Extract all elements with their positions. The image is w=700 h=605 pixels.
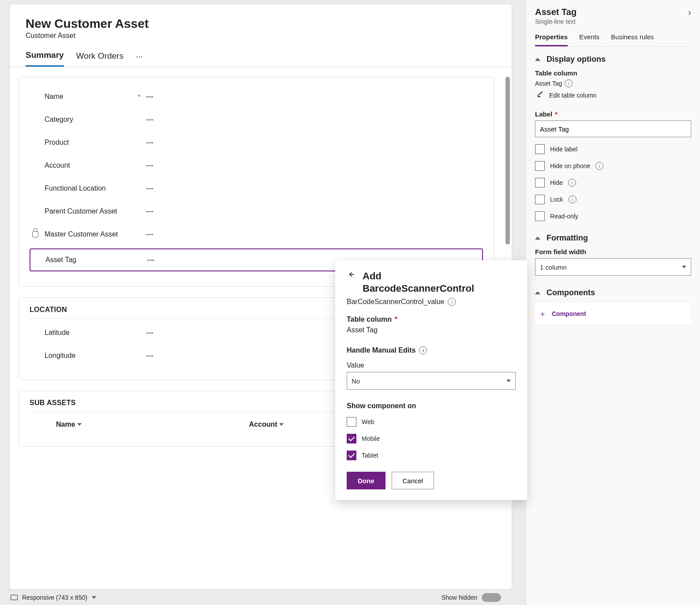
panel-title: Asset Tag	[535, 7, 576, 17]
section-general: Name * --- Category --- Product ---	[19, 77, 494, 287]
show-on-tablet-check[interactable]: Tablet	[347, 451, 516, 460]
plus-icon: ＋	[539, 308, 547, 319]
chevron-down-icon	[682, 266, 686, 268]
field-asset-tag-value: ---	[147, 256, 154, 264]
hide-check[interactable]: Hide i	[535, 178, 691, 188]
field-parent-customer-asset-label: Parent Customer Asset	[45, 207, 117, 215]
field-parent-customer-asset[interactable]: Parent Customer Asset ---	[30, 200, 483, 223]
field-functional-location[interactable]: Functional Location ---	[30, 177, 483, 200]
field-master-customer-asset[interactable]: Master Customer Asset ---	[30, 223, 483, 246]
field-category[interactable]: Category ---	[30, 108, 483, 131]
popover-subtitle: BarCodeScannerControl_value	[347, 298, 444, 306]
panel-tab-properties[interactable]: Properties	[535, 33, 568, 46]
popover-show-on-label: Show component on	[347, 402, 516, 410]
form-subtitle: Customer Asset	[26, 32, 496, 40]
field-longitude-label: Longitude	[45, 352, 75, 360]
read-only-check[interactable]: Read-only	[535, 211, 691, 221]
popover-value-label: Value	[347, 361, 516, 369]
checkbox-checked[interactable]	[347, 434, 356, 443]
field-name-label: Name	[45, 93, 64, 101]
panel-tab-business-rules[interactable]: Business rules	[611, 33, 654, 46]
panel-collapse-arrow[interactable]: ›	[688, 7, 691, 19]
info-icon[interactable]: i	[568, 179, 576, 187]
popover-table-column-label: Table column	[347, 316, 392, 323]
tab-more[interactable]: ···	[136, 52, 143, 66]
show-hidden-label: Show hidden	[442, 594, 477, 601]
checkbox-unchecked[interactable]	[535, 144, 545, 154]
field-master-customer-asset-label: Master Customer Asset	[45, 230, 118, 238]
chevron-down-icon[interactable]	[92, 596, 96, 599]
field-latitude-label: Latitude	[45, 329, 70, 337]
checkbox-unchecked[interactable]	[535, 195, 545, 204]
checkbox-unchecked[interactable]	[535, 178, 545, 188]
hide-on-phone-check[interactable]: Hide on phone i	[535, 161, 691, 171]
info-icon[interactable]: i	[569, 195, 576, 203]
accordion-formatting[interactable]: Formatting	[535, 233, 691, 243]
grid-col-name-label: Name	[56, 421, 75, 428]
chevron-up-icon	[535, 58, 540, 61]
checkbox-unchecked[interactable]	[347, 417, 356, 427]
chevron-down-icon	[506, 380, 511, 382]
checkbox-checked[interactable]	[347, 451, 356, 460]
done-button[interactable]: Done	[347, 472, 386, 489]
popover-table-column-value: Asset Tag	[347, 326, 516, 334]
popover-title-prefix: Add	[363, 271, 382, 282]
field-asset-tag-label: Asset Tag	[45, 256, 76, 264]
edit-table-column-link[interactable]: Edit table column	[538, 92, 691, 99]
lock-check[interactable]: Lock i	[535, 195, 691, 204]
hide-label-check[interactable]: Hide label	[535, 144, 691, 154]
responsive-label[interactable]: Responsive (743 x 850)	[22, 594, 87, 601]
checkbox-unchecked[interactable]	[535, 211, 545, 221]
tab-work-orders[interactable]: Work Orders	[76, 51, 124, 66]
checkbox-unchecked[interactable]	[535, 161, 545, 171]
field-functional-location-label: Functional Location	[45, 184, 106, 192]
grid-col-account[interactable]: Account	[249, 421, 284, 428]
table-column-heading: Table column	[535, 69, 691, 77]
cancel-button[interactable]: Cancel	[392, 472, 434, 489]
grid-col-name[interactable]: Name	[56, 421, 82, 428]
scrollbar[interactable]	[505, 77, 510, 244]
info-icon[interactable]: i	[419, 346, 427, 354]
form-field-width-select[interactable]: 1 column	[535, 258, 691, 276]
field-name[interactable]: Name * ---	[30, 85, 483, 108]
pencil-icon	[538, 92, 545, 99]
show-on-mobile-check[interactable]: Mobile	[347, 434, 516, 443]
chevron-down-icon	[279, 423, 284, 426]
form-field-width-label: Form field width	[535, 248, 691, 256]
field-account-label: Account	[45, 162, 70, 169]
device-icon	[11, 595, 18, 600]
panel-tab-events[interactable]: Events	[579, 33, 599, 46]
popover-title-main: BarcodeScannerControl	[363, 283, 474, 294]
chevron-up-icon	[535, 291, 540, 294]
show-on-web-check[interactable]: Web	[347, 417, 516, 427]
field-category-label: Category	[45, 116, 73, 124]
accordion-components[interactable]: Components	[535, 288, 691, 297]
info-icon[interactable]: i	[595, 162, 603, 170]
popover-value-select[interactable]: No	[347, 372, 516, 390]
back-arrow-icon[interactable]	[347, 270, 356, 279]
accordion-display-options[interactable]: Display options	[535, 55, 691, 64]
field-category-value: ---	[146, 115, 153, 124]
required-indicator: *	[138, 93, 140, 100]
table-column-value: Asset Tag	[535, 80, 562, 87]
label-input[interactable]	[535, 120, 691, 137]
popover-handle-label: Handle Manual Edits	[347, 346, 416, 354]
field-latitude-value: ---	[146, 328, 153, 337]
field-master-customer-asset-value: ---	[146, 230, 153, 239]
show-hidden-toggle[interactable]	[482, 593, 501, 602]
grid-col-account-label: Account	[249, 421, 277, 428]
add-component-button[interactable]: ＋ Component	[535, 302, 691, 326]
field-name-value: ---	[146, 92, 153, 101]
field-product[interactable]: Product ---	[30, 131, 483, 154]
info-icon[interactable]: i	[565, 79, 573, 87]
field-account-value: ---	[146, 161, 153, 170]
info-icon[interactable]: i	[448, 298, 456, 306]
field-product-value: ---	[146, 138, 153, 147]
field-account[interactable]: Account ---	[30, 154, 483, 177]
chevron-up-icon	[535, 237, 540, 240]
status-bar: Responsive (743 x 850) Show hidden	[0, 589, 512, 605]
properties-panel: Asset Tag Single-line text › Properties …	[526, 0, 700, 605]
tab-summary[interactable]: Summary	[26, 50, 64, 67]
form-title: New Customer Asset	[26, 17, 496, 31]
field-product-label: Product	[45, 139, 69, 147]
